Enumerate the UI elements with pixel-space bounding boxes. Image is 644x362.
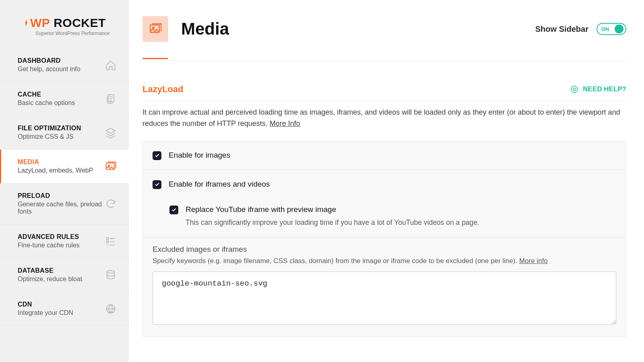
main-content: Media Show Sidebar ON LazyLoad NEED HELP… (129, 0, 644, 362)
sidebar-item-preload[interactable]: PRELOADGenerate cache files, preload fon… (0, 183, 129, 224)
sidebar-item-sub: Get help, account info (18, 66, 105, 73)
sidebar-item-sub: Basic cache options (18, 99, 105, 107)
list-icon (105, 235, 117, 247)
sidebar-item-sub: Integrate your CDN (18, 309, 105, 317)
sidebar-item-title: FILE OPTIMIZATION (18, 125, 105, 132)
image-icon (105, 160, 117, 173)
sidebar: WP ROCKET Superior WordPress Performance… (0, 0, 129, 362)
options-panel: Enable for images Enable for iframes and… (142, 141, 626, 337)
option-label: Enable for images (169, 151, 616, 160)
excluded-title: Excluded images or iframes (153, 245, 616, 254)
excluded-block: Excluded images or iframes Specify keywo… (143, 238, 626, 337)
option-label: Replace YouTube iframe with preview imag… (186, 205, 616, 214)
sidebar-item-database[interactable]: DATABASEOptimize, reduce bloat (0, 258, 129, 292)
svg-point-5 (107, 270, 115, 273)
lazyload-section: LazyLoad NEED HELP? It can improve actua… (142, 84, 626, 337)
globe-icon (105, 303, 117, 315)
section-description: It can improve actual and perceived load… (142, 107, 626, 130)
option-enable-iframes: Enable for iframes and videos (143, 170, 626, 195)
svg-rect-4 (107, 241, 109, 243)
sidebar-nav: DASHBOARDGet help, account infoCACHEBasi… (0, 48, 129, 362)
svg-point-2 (108, 165, 109, 166)
sidebar-item-title: ADVANCED RULES (18, 233, 105, 241)
brand-tagline: Superior WordPress Performance (35, 31, 117, 36)
page-header: Media Show Sidebar ON (142, 16, 626, 42)
brand-logo: WP ROCKET Superior WordPress Performance (0, 0, 129, 48)
sidebar-item-file-optimization[interactable]: FILE OPTIMIZATIONOptimize CSS & JS (0, 116, 129, 150)
sidebar-item-dashboard[interactable]: DASHBOARDGet help, account info (0, 48, 129, 82)
sidebar-item-title: CDN (18, 301, 105, 308)
copy-icon (105, 93, 117, 105)
active-tab-indicator (142, 58, 168, 59)
sidebar-item-title: PRELOAD (18, 192, 105, 200)
excluded-textarea[interactable] (153, 272, 616, 325)
checkbox-enable-iframes[interactable] (153, 180, 161, 189)
svg-rect-3 (107, 237, 109, 239)
excluded-description: Specify keywords (e.g. image filename, C… (153, 257, 616, 265)
option-label: Enable for iframes and videos (169, 180, 616, 189)
more-info-link[interactable]: More Info (270, 119, 300, 128)
checkbox-enable-images[interactable] (153, 151, 161, 160)
media-icon (142, 16, 168, 42)
sidebar-item-sub: Optimize, reduce bloat (18, 276, 105, 283)
sidebar-item-title: DASHBOARD (18, 57, 105, 64)
svg-point-10 (573, 88, 576, 90)
page-title: Media (181, 19, 229, 39)
brand-suffix: ROCKET (54, 16, 106, 29)
sidebar-item-sub: Generate cache files, preload fonts (18, 201, 105, 215)
help-icon (570, 85, 579, 94)
sidebar-item-cdn[interactable]: CDNIntegrate your CDN (0, 292, 129, 326)
sidebar-item-title: DATABASE (18, 267, 105, 274)
tab-strip (142, 53, 626, 61)
more-info-link[interactable]: More info (519, 257, 548, 265)
refresh-icon (105, 198, 117, 210)
rocket-icon (22, 16, 30, 24)
sidebar-item-sub: Fine-tune cache rules (18, 242, 105, 249)
show-sidebar-label: Show Sidebar (535, 25, 588, 34)
sidebar-item-advanced-rules[interactable]: ADVANCED RULESFine-tune cache rules (0, 224, 129, 258)
option-description: This can significantly improve your load… (186, 217, 616, 228)
brand-prefix: WP (30, 16, 50, 29)
need-help-label: NEED HELP? (583, 85, 626, 93)
svg-point-8 (153, 27, 154, 29)
option-youtube-preview: Replace YouTube iframe with preview imag… (143, 195, 626, 238)
checkbox-youtube-preview[interactable] (169, 206, 178, 214)
show-sidebar-toggle[interactable]: ON (597, 23, 626, 35)
layers-icon (105, 127, 117, 139)
sidebar-item-cache[interactable]: CACHEBasic cache options (0, 82, 129, 116)
toggle-on-label: ON (601, 26, 609, 32)
database-icon (105, 269, 117, 281)
sidebar-item-sub: Optimize CSS & JS (18, 133, 105, 140)
home-icon (105, 59, 117, 71)
sidebar-item-sub: LazyLoad, embeds, WebP (18, 167, 105, 174)
need-help-link[interactable]: NEED HELP? (570, 85, 626, 94)
sidebar-item-media[interactable]: MEDIALazyLoad, embeds, WebP (0, 150, 129, 183)
toggle-knob (615, 25, 623, 33)
option-enable-images: Enable for images (143, 141, 626, 170)
section-title: LazyLoad (142, 84, 183, 95)
sidebar-item-title: MEDIA (18, 158, 105, 166)
sidebar-item-title: CACHE (18, 91, 105, 98)
